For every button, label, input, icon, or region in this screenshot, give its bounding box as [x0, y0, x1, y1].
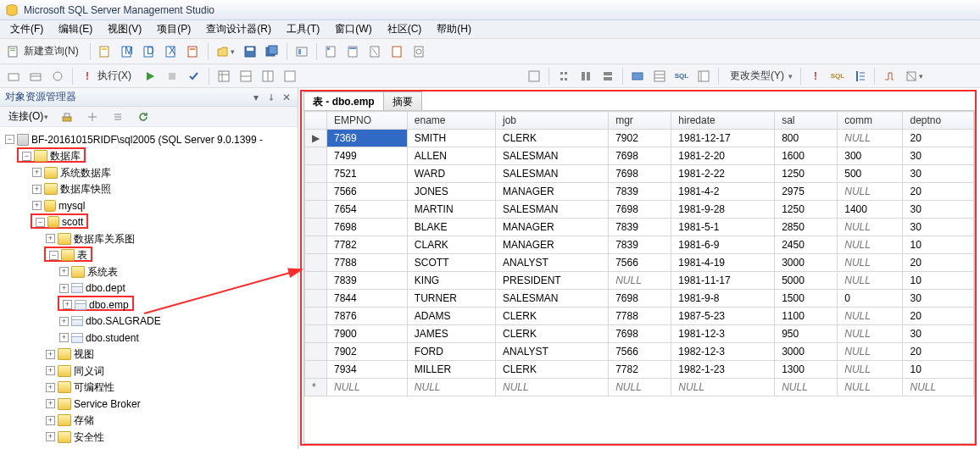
row-header[interactable] — [305, 236, 327, 254]
cell[interactable]: KING — [407, 272, 495, 290]
cell[interactable]: NULL — [838, 343, 903, 361]
changetype-button[interactable]: 更改类型(Y)▾ — [723, 67, 796, 86]
cell[interactable]: 7839 — [609, 183, 671, 201]
tree-tables[interactable]: − 表 — [47, 247, 89, 263]
cell[interactable]: 1500 — [775, 290, 838, 308]
cell[interactable]: 7788 — [609, 308, 671, 325]
tree-table-student[interactable]: +dbo.student — [58, 330, 141, 346]
table-row[interactable]: 7839KINGPRESIDENTNULL1981-11-175000NULL1… — [305, 272, 974, 290]
cell[interactable]: 7782 — [609, 361, 671, 379]
cell[interactable]: 30 — [903, 201, 974, 219]
tb-icon-2[interactable]: M — [117, 42, 137, 61]
cell[interactable]: MILLER — [407, 361, 495, 379]
column-header[interactable]: deptno — [903, 112, 974, 130]
expand-icon[interactable]: + — [46, 416, 55, 425]
table-row[interactable]: 7782CLARKMANAGER78391981-6-92450NULL10 — [305, 236, 974, 254]
cell[interactable]: NULL — [775, 379, 838, 396]
cell[interactable]: 7788 — [327, 254, 408, 272]
row-header[interactable] — [305, 183, 327, 201]
tb2-sql2[interactable]: SQL — [827, 67, 848, 86]
table-row[interactable]: 7844TURNERSALESMAN76981981-9-81500030 — [305, 290, 974, 308]
row-header[interactable] — [305, 254, 327, 272]
cell[interactable]: 2450 — [775, 236, 838, 254]
cell[interactable]: 0 — [838, 290, 903, 308]
tb2-icon-a2[interactable] — [554, 67, 574, 86]
cell[interactable]: PRESIDENT — [495, 272, 608, 290]
tree-scott[interactable]: − scott — [34, 214, 85, 230]
cell[interactable]: 1100 — [775, 308, 838, 325]
cell[interactable]: 1300 — [775, 361, 838, 379]
tb2-icon-3[interactable] — [47, 67, 68, 86]
table-row[interactable]: 7521WARDSALESMAN76981981-2-22125050030 — [305, 165, 974, 183]
cell[interactable]: 7698 — [609, 165, 671, 183]
tab-summary[interactable]: 摘要 — [383, 91, 422, 112]
column-header[interactable]: sal — [775, 112, 838, 130]
row-header[interactable] — [305, 361, 327, 379]
tb2-icon-b2[interactable] — [649, 67, 670, 86]
cell[interactable]: 3000 — [775, 254, 838, 272]
column-header[interactable]: comm — [838, 112, 903, 130]
tb2-icon-c1[interactable] — [849, 67, 870, 86]
cell[interactable]: 7698 — [327, 219, 408, 236]
oe-tb-3[interactable] — [108, 108, 128, 125]
cell[interactable]: 1981-12-17 — [671, 130, 775, 147]
column-header[interactable]: EMPNO — [327, 112, 408, 130]
cell[interactable]: 1981-2-22 — [671, 165, 775, 183]
tb2-icon-a4[interactable] — [598, 67, 618, 86]
row-header[interactable] — [305, 308, 327, 325]
cell[interactable]: NULL — [838, 236, 903, 254]
table-row[interactable]: 7876ADAMSCLERK77881987-5-231100NULL20 — [305, 308, 974, 325]
table-row[interactable]: ▶7369SMITHCLERK79021981-12-17800NULL20 — [305, 130, 974, 147]
tab-emp[interactable]: 表 - dbo.emp — [303, 91, 384, 112]
tree-mysql[interactable]: +mysql — [31, 198, 86, 213]
cell[interactable]: 7698 — [609, 290, 671, 308]
cell[interactable]: 7839 — [609, 219, 671, 236]
cell[interactable]: NULL — [327, 379, 408, 396]
tree-servicebroker[interactable]: +Service Broker — [44, 396, 142, 412]
cell[interactable]: 1981-6-9 — [671, 236, 775, 254]
tree-sysdb[interactable]: +系统数据库 — [31, 165, 113, 180]
cell[interactable]: ALLEN — [407, 147, 495, 165]
cell[interactable]: NULL — [838, 272, 903, 290]
cell[interactable]: ADAMS — [407, 308, 495, 325]
cell[interactable]: 1982-1-23 — [671, 361, 775, 379]
save-all-button[interactable] — [262, 42, 282, 61]
tb2-icon-2[interactable] — [25, 67, 46, 86]
cell[interactable]: NULL — [495, 379, 608, 396]
cell[interactable]: FORD — [407, 343, 495, 361]
expand-icon[interactable]: + — [46, 399, 55, 408]
cell[interactable]: 20 — [903, 183, 974, 201]
column-header[interactable]: job — [495, 112, 608, 130]
tree-databases[interactable]: − 数据库 — [20, 148, 82, 164]
table-row[interactable]: 7934MILLERCLERK77821982-1-231300NULL10 — [305, 361, 974, 379]
tb2-icon-grid4[interactable] — [280, 67, 300, 86]
save-button[interactable] — [240, 42, 260, 61]
cell[interactable]: SALESMAN — [495, 147, 608, 165]
tree-table-salgrade[interactable]: +dbo.SALGRADE — [58, 313, 163, 329]
table-row[interactable]: 7788SCOTTANALYST75661981-4-193000NULL20 — [305, 254, 974, 272]
cell[interactable]: 1981-4-19 — [671, 254, 775, 272]
tb2-sql-btn[interactable]: SQL — [671, 67, 692, 86]
row-header[interactable] — [305, 219, 327, 236]
connect-button[interactable]: 连接(O)▾ — [5, 108, 52, 125]
collapse-icon[interactable]: − — [22, 152, 31, 161]
cell[interactable]: 1981-11-17 — [671, 272, 775, 290]
cell[interactable]: 1981-4-2 — [671, 183, 775, 201]
expand-icon[interactable]: + — [32, 201, 42, 210]
cell[interactable]: NULL — [838, 379, 903, 396]
cell[interactable]: JONES — [407, 183, 495, 201]
cell[interactable]: CLERK — [495, 361, 608, 379]
cell[interactable]: 1250 — [775, 165, 838, 183]
data-grid[interactable]: EMPNOenamejobmgrhiredatesalcommdeptno ▶7… — [304, 111, 974, 396]
cell[interactable]: 20 — [903, 343, 974, 361]
row-header[interactable]: ▶ — [305, 130, 327, 147]
tb2-icon-grid2[interactable] — [236, 67, 256, 86]
cell[interactable]: NULL — [609, 379, 671, 396]
tb-icon-1[interactable] — [95, 42, 115, 61]
row-header[interactable] — [305, 201, 327, 219]
menu-project[interactable]: 项目(P) — [150, 20, 198, 38]
tb2-icon-grid1[interactable] — [214, 67, 234, 86]
tb2-icon-1[interactable] — [3, 67, 24, 86]
tb2-icon-a3[interactable] — [576, 67, 596, 86]
cell[interactable]: 7521 — [327, 165, 408, 183]
